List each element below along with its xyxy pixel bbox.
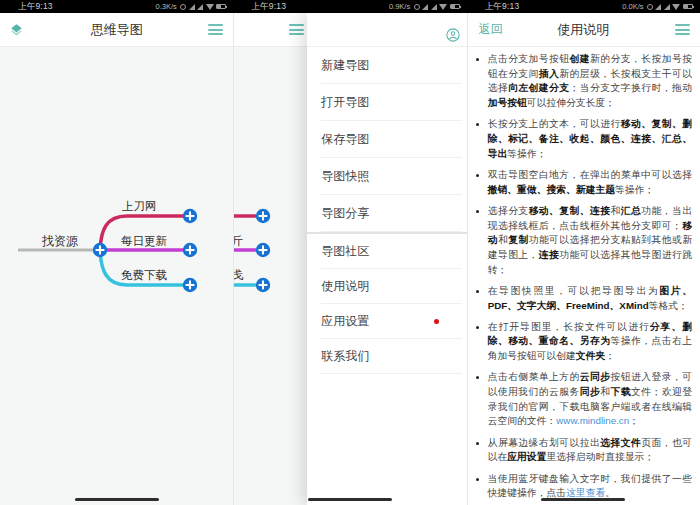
- branch-label[interactable]: 上刀网: [122, 200, 157, 212]
- help-text-bold: 应用设置: [507, 451, 546, 462]
- status-bar: 上午9:13 0.0K/s: [467, 0, 700, 13]
- help-text: 双击导图空白地方，在弹出的菜单中可以选择: [488, 169, 692, 180]
- help-bullet: 从屏幕边缘右划可以拉出选择文件页面，也可以在应用设置里选择启动时直接显示；: [488, 436, 692, 465]
- branch-label[interactable]: 免费下载: [121, 269, 168, 281]
- panel-help: 上午9:13 0.0K/s 返回 使用说明 点击分支加号按钮创建新的分支，长按加…: [467, 0, 700, 505]
- help-text: ；当分支文字换行时，拖动: [570, 82, 692, 93]
- home-indicator[interactable]: [75, 498, 159, 501]
- help-text: 和: [600, 386, 610, 397]
- signal-icon: [189, 4, 195, 10]
- battery-icon: [216, 4, 226, 9]
- home-indicator[interactable]: [541, 498, 625, 501]
- drawer-menu-item[interactable]: 使用说明: [307, 269, 466, 304]
- help-text: 可以拉伸分支长度；: [527, 97, 615, 108]
- help-text: 长按分支上的文本，可以进行: [488, 118, 621, 129]
- branch-label-clipped: 戋: [233, 269, 244, 281]
- status-icons: 0.3K/s: [156, 2, 227, 11]
- add-branch-button[interactable]: [183, 243, 197, 257]
- status-bar: 上午9:13 0.9K/s: [233, 0, 466, 13]
- status-icons: 0.0K/s: [622, 2, 693, 11]
- help-text: 点击右侧菜单上方的: [488, 371, 580, 382]
- drawer-menu-item-label: 保存导图: [321, 131, 369, 148]
- add-branch-button[interactable]: [256, 243, 270, 257]
- help-text: ；: [605, 350, 615, 361]
- drawer-menu-item[interactable]: 导图快照: [307, 158, 466, 195]
- battery-icon: [450, 4, 460, 9]
- drawer-menu-item[interactable]: 打开导图: [307, 84, 466, 121]
- status-icons: 0.9K/s: [389, 2, 460, 11]
- drawer-menu-item[interactable]: 新建导图: [307, 47, 466, 84]
- drawer-menu-item[interactable]: 应用设置: [307, 304, 466, 339]
- help-text-bold: 插入: [539, 68, 559, 79]
- signal-icon: [655, 4, 661, 10]
- help-bullet-list: 点击分支加号按钮创建新的分支，长按加号按钮在分支间插入新的层级，长按根支主干可以…: [479, 52, 692, 501]
- help-text: 。: [605, 487, 615, 498]
- help-text: 在导图快照里，可以把导图导出为: [488, 285, 660, 296]
- mindmap-graph: 找资源 上刀网 每日更新 免费下载: [0, 0, 233, 505]
- help-bullet: 当使用蓝牙键盘输入文字时，我们提供了一些快捷键操作，点击这里查看。: [488, 472, 692, 501]
- page-title: 思维导图: [0, 21, 233, 39]
- side-drawer: 新建导图打开导图保存导图导图快照导图分享 导图社区使用说明应用设置联系我们: [307, 13, 466, 505]
- drawer-menu-item-label: 导图分享: [321, 205, 369, 222]
- signal-icon: [422, 4, 428, 10]
- signal-icon: [664, 4, 670, 10]
- account-icon[interactable]: [446, 28, 460, 42]
- help-link[interactable]: 这里查看: [566, 487, 605, 498]
- drawer-menu-item-label: 联系我们: [321, 348, 369, 365]
- root-node-label[interactable]: 找资源: [41, 234, 78, 248]
- menu-hamburger-icon[interactable]: [675, 24, 690, 35]
- drawer-menu-item-label: 应用设置: [321, 313, 369, 330]
- add-branch-button[interactable]: [256, 278, 270, 292]
- help-text-bold: 同步: [580, 386, 600, 397]
- help-text-bold: 向左创建分支: [508, 82, 569, 93]
- status-time: 上午9:13: [485, 1, 520, 13]
- clock-icon: [647, 4, 653, 10]
- home-indicator[interactable]: [308, 498, 392, 501]
- net-speed: 0.9K/s: [389, 2, 410, 11]
- toolbar: 返回 使用说明: [467, 13, 700, 47]
- add-branch-button[interactable]: [256, 209, 270, 223]
- menu-hamburger-icon[interactable]: [208, 24, 223, 35]
- clock-icon: [414, 4, 420, 10]
- net-speed: 0.3K/s: [156, 2, 177, 11]
- help-text-bold: 创建: [570, 53, 590, 64]
- help-bullet: 在打开导图里，长按文件可以进行分享、删除、移动、重命名、另存为等操作，点击右上角…: [488, 320, 692, 364]
- help-text-bold: 连接: [539, 249, 559, 260]
- help-text-bold: 文件夹: [576, 350, 605, 361]
- drawer-menu-group-top: 新建导图打开导图保存导图导图快照导图分享: [307, 47, 466, 232]
- help-bullet: 长按分支上的文本，可以进行移动、复制、删除、标记、备注、收起、颜色、连接、汇总、…: [488, 117, 692, 161]
- drawer-menu-item[interactable]: 联系我们: [307, 339, 466, 374]
- help-text: 从屏幕边缘右划可以拉出: [488, 437, 601, 448]
- help-bullet: 双击导图空白地方，在弹出的菜单中可以选择撤销、重做、搜索、新建主题等操作；: [488, 168, 692, 197]
- branch-label[interactable]: 每日更新: [121, 235, 168, 247]
- help-text: ；: [629, 415, 639, 426]
- drawer-menu-item[interactable]: 保存导图: [307, 121, 466, 158]
- net-speed: 0.0K/s: [622, 2, 643, 11]
- branch-label-clipped: 斤: [233, 235, 244, 247]
- wifi-icon: [672, 4, 680, 10]
- help-bullet: 点击分支加号按钮创建新的分支，长按加号按钮在分支间插入新的层级，长按根支主干可以…: [488, 52, 692, 111]
- help-bullet: 在导图快照里，可以把导图导出为图片、PDF、文字大纲、FreeMind、XMin…: [488, 284, 692, 313]
- drawer-menu-item[interactable]: 导图分享: [307, 195, 466, 232]
- menu-hamburger-icon[interactable]: [289, 24, 304, 35]
- drawer-menu-item-label: 导图社区: [321, 243, 369, 260]
- help-text: 等操作；: [507, 148, 546, 159]
- panel-drawer-menu: 上午9:13 0.9K/s 斤 戋: [233, 0, 466, 505]
- help-text: 点击分支加号按钮: [488, 53, 570, 64]
- add-branch-button[interactable]: [183, 278, 197, 292]
- help-content: 点击分支加号按钮创建新的分支，长按加号按钮在分支间插入新的层级，长按根支主干可以…: [479, 47, 692, 499]
- drawer-menu-item[interactable]: 导图社区: [307, 234, 466, 269]
- help-bullet: 选择分支移动、复制、连接和汇总功能，当出现选择线框后，点击线框外其他分支即可；移…: [488, 204, 692, 278]
- clock-icon: [180, 4, 186, 10]
- help-text-bold: 移动、复制、连接: [529, 205, 611, 216]
- toolbar: 思维导图: [0, 13, 233, 47]
- help-text: 等格式；: [649, 300, 688, 311]
- battery-icon: [683, 4, 693, 9]
- help-link[interactable]: www.mindline.cn: [556, 415, 629, 426]
- help-bullet: 点击右侧菜单上方的云同步按钮进入登录，可以使用我们的云服务同步和下载文件；欢迎登…: [488, 370, 692, 429]
- drawer-header: [307, 13, 466, 47]
- add-branch-button[interactable]: [183, 209, 197, 223]
- add-branch-button[interactable]: [93, 243, 107, 257]
- help-text: 选择分支: [488, 205, 529, 216]
- drawer-menu-item-label: 导图快照: [321, 168, 369, 185]
